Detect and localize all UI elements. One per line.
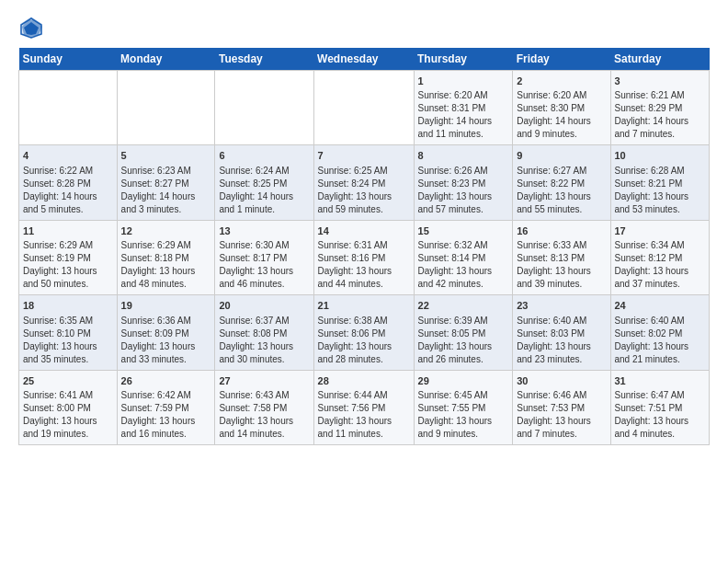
day-info: Daylight: 13 hours and 7 minutes.	[517, 415, 606, 441]
day-info: Sunrise: 6:38 AM	[318, 315, 410, 327]
day-info: Sunset: 8:30 PM	[517, 102, 606, 115]
header-day-thursday: Thursday	[414, 48, 513, 71]
day-info: Daylight: 14 hours and 5 minutes.	[23, 190, 113, 216]
calendar-cell	[313, 71, 414, 145]
header	[18, 15, 710, 40]
calendar-cell: 21Sunrise: 6:38 AMSunset: 8:06 PMDayligh…	[313, 295, 414, 370]
day-number: 6	[219, 149, 309, 163]
day-info: Sunset: 8:31 PM	[418, 102, 509, 115]
calendar-cell: 8Sunrise: 6:26 AMSunset: 8:23 PMDaylight…	[414, 145, 513, 220]
header-day-sunday: Sunday	[19, 48, 118, 71]
calendar-cell: 28Sunrise: 6:44 AMSunset: 7:56 PMDayligh…	[313, 370, 414, 444]
day-info: Daylight: 13 hours and 46 minutes.	[219, 265, 309, 291]
day-info: Sunrise: 6:24 AM	[219, 165, 309, 178]
calendar-cell: 18Sunrise: 6:35 AMSunset: 8:10 PMDayligh…	[19, 295, 118, 370]
day-info: Daylight: 14 hours and 11 minutes.	[418, 115, 509, 141]
week-row-5: 25Sunrise: 6:41 AMSunset: 8:00 PMDayligh…	[19, 370, 710, 444]
header-row: SundayMondayTuesdayWednesdayThursdayFrid…	[19, 48, 710, 71]
week-row-4: 18Sunrise: 6:35 AMSunset: 8:10 PMDayligh…	[19, 295, 710, 370]
calendar-cell	[117, 71, 215, 145]
day-info: Sunset: 8:23 PM	[418, 178, 509, 190]
calendar-cell: 10Sunrise: 6:28 AMSunset: 8:21 PMDayligh…	[610, 145, 710, 220]
day-info: Daylight: 13 hours and 16 minutes.	[121, 415, 211, 441]
calendar-table: SundayMondayTuesdayWednesdayThursdayFrid…	[18, 48, 710, 445]
day-info: Sunrise: 6:32 AM	[418, 239, 509, 252]
day-number: 10	[615, 149, 706, 163]
calendar-cell: 23Sunrise: 6:40 AMSunset: 8:03 PMDayligh…	[513, 295, 610, 370]
day-number: 4	[23, 149, 113, 163]
calendar-cell: 25Sunrise: 6:41 AMSunset: 8:00 PMDayligh…	[19, 370, 118, 444]
day-number: 7	[318, 149, 410, 163]
day-info: Sunset: 7:58 PM	[219, 402, 309, 415]
day-number: 24	[615, 299, 706, 313]
calendar-cell: 31Sunrise: 6:47 AMSunset: 7:51 PMDayligh…	[610, 370, 710, 444]
day-info: Daylight: 13 hours and 4 minutes.	[615, 415, 706, 441]
day-number: 2	[517, 75, 606, 88]
day-info: Daylight: 14 hours and 7 minutes.	[615, 115, 706, 141]
day-info: Sunset: 8:24 PM	[318, 178, 410, 190]
day-info: Daylight: 13 hours and 30 minutes.	[219, 340, 309, 366]
day-info: Sunset: 7:51 PM	[615, 402, 706, 415]
day-info: Daylight: 13 hours and 57 minutes.	[418, 190, 509, 216]
day-info: Sunrise: 6:35 AM	[23, 315, 113, 327]
day-info: Daylight: 13 hours and 26 minutes.	[418, 340, 509, 366]
day-info: Sunset: 8:21 PM	[615, 178, 706, 190]
day-info: Daylight: 13 hours and 59 minutes.	[318, 190, 410, 216]
logo	[18, 15, 48, 40]
calendar-cell: 19Sunrise: 6:36 AMSunset: 8:09 PMDayligh…	[117, 295, 215, 370]
day-number: 18	[23, 299, 113, 313]
day-info: Sunrise: 6:26 AM	[418, 165, 509, 178]
day-info: Daylight: 13 hours and 44 minutes.	[318, 265, 410, 291]
day-info: Sunset: 8:13 PM	[517, 252, 606, 265]
day-number: 31	[615, 374, 706, 388]
header-day-saturday: Saturday	[610, 48, 710, 71]
day-info: Daylight: 13 hours and 50 minutes.	[23, 265, 113, 291]
day-number: 14	[318, 224, 410, 238]
week-row-1: 1Sunrise: 6:20 AMSunset: 8:31 PMDaylight…	[19, 71, 710, 145]
calendar-cell: 4Sunrise: 6:22 AMSunset: 8:28 PMDaylight…	[19, 145, 118, 220]
calendar-cell: 3Sunrise: 6:21 AMSunset: 8:29 PMDaylight…	[610, 71, 710, 145]
day-info: Daylight: 13 hours and 11 minutes.	[318, 415, 410, 441]
day-number: 25	[23, 374, 113, 388]
day-info: Sunrise: 6:23 AM	[121, 165, 211, 178]
day-info: Daylight: 13 hours and 33 minutes.	[121, 340, 211, 366]
page: SundayMondayTuesdayWednesdayThursdayFrid…	[0, 0, 728, 454]
day-info: Sunrise: 6:39 AM	[418, 315, 509, 327]
calendar-cell: 22Sunrise: 6:39 AMSunset: 8:05 PMDayligh…	[414, 295, 513, 370]
day-number: 12	[121, 224, 211, 238]
day-info: Sunset: 7:56 PM	[318, 402, 410, 415]
day-info: Sunrise: 6:42 AM	[121, 389, 211, 402]
day-number: 20	[219, 299, 309, 313]
day-info: Sunrise: 6:40 AM	[517, 315, 606, 327]
calendar-cell: 24Sunrise: 6:40 AMSunset: 8:02 PMDayligh…	[610, 295, 710, 370]
calendar-cell: 6Sunrise: 6:24 AMSunset: 8:25 PMDaylight…	[215, 145, 313, 220]
day-info: Sunset: 8:22 PM	[517, 178, 606, 190]
day-number: 1	[418, 75, 509, 88]
day-info: Sunset: 8:03 PM	[517, 327, 606, 340]
day-info: Daylight: 13 hours and 28 minutes.	[318, 340, 410, 366]
day-number: 13	[219, 224, 309, 238]
day-info: Sunrise: 6:31 AM	[318, 239, 410, 252]
header-day-tuesday: Tuesday	[215, 48, 313, 71]
calendar-cell: 2Sunrise: 6:20 AMSunset: 8:30 PMDaylight…	[513, 71, 610, 145]
day-number: 16	[517, 224, 606, 238]
day-info: Sunrise: 6:30 AM	[219, 239, 309, 252]
day-info: Sunrise: 6:28 AM	[615, 165, 706, 178]
day-info: Sunset: 8:16 PM	[318, 252, 410, 265]
calendar-cell: 16Sunrise: 6:33 AMSunset: 8:13 PMDayligh…	[513, 220, 610, 294]
day-number: 27	[219, 374, 309, 388]
day-info: Sunset: 8:14 PM	[418, 252, 509, 265]
day-info: Sunset: 8:19 PM	[23, 252, 113, 265]
day-info: Sunset: 8:09 PM	[121, 327, 211, 340]
day-info: Daylight: 13 hours and 9 minutes.	[418, 415, 509, 441]
day-info: Daylight: 13 hours and 37 minutes.	[615, 265, 706, 291]
calendar-cell: 11Sunrise: 6:29 AMSunset: 8:19 PMDayligh…	[19, 220, 118, 294]
day-info: Sunset: 8:27 PM	[121, 178, 211, 190]
calendar-cell: 12Sunrise: 6:29 AMSunset: 8:18 PMDayligh…	[117, 220, 215, 294]
calendar-cell: 9Sunrise: 6:27 AMSunset: 8:22 PMDaylight…	[513, 145, 610, 220]
day-info: Daylight: 13 hours and 42 minutes.	[418, 265, 509, 291]
day-info: Sunset: 7:59 PM	[121, 402, 211, 415]
day-number: 30	[517, 374, 606, 388]
calendar-cell: 13Sunrise: 6:30 AMSunset: 8:17 PMDayligh…	[215, 220, 313, 294]
day-number: 26	[121, 374, 211, 388]
